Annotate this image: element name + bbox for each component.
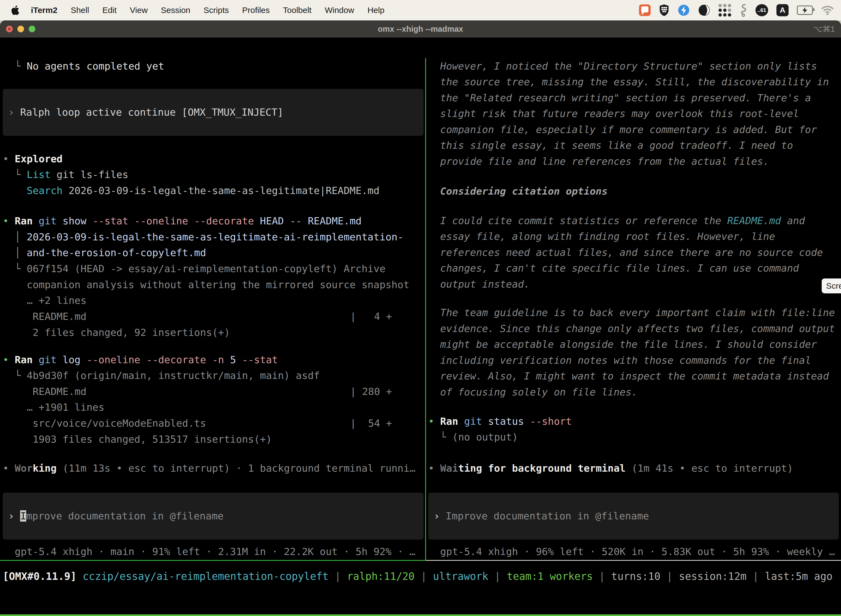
terminal-line: • Explored	[3, 151, 63, 167]
omx-status-line: [OMX#0.11.9] cczip/essay/ai-reimplementa…	[3, 569, 832, 584]
wifi-icon[interactable]	[821, 5, 834, 15]
terminal-line: the source tree, missing the essay. Stil…	[428, 74, 829, 90]
window-title: omx --xhigh --madmax	[0, 21, 841, 38]
terminal-line: gpt-5.4 xhigh · main · 91% left · 2.31M …	[3, 544, 416, 559]
terminal-line: 1903 files changed, 513517 insertions(+)	[3, 431, 272, 447]
terminal-line: └ 4b9d30f (origin/main, instructkr/main,…	[3, 368, 320, 383]
messages-icon[interactable]	[639, 4, 651, 16]
blue-bolt-icon[interactable]	[678, 4, 690, 16]
pane-divider[interactable]	[425, 58, 426, 561]
terminal-line: | 280 +	[350, 384, 392, 399]
terminal-line: the "Related research writing" section i…	[428, 90, 811, 106]
menu-item-toolbelt[interactable]: Toolbelt	[277, 6, 318, 15]
terminal-line: essay file, along with finding root file…	[428, 229, 775, 244]
screen-share-overlay[interactable]: Scre	[822, 279, 841, 293]
terminal-line: │ 2026-03-09-is-legal-the-same-as-legiti…	[3, 229, 403, 245]
terminal-line: • Ran git log --oneline --decorate -n 5 …	[3, 352, 278, 368]
battery-charging-icon[interactable]	[797, 6, 813, 15]
menu-item-session[interactable]: Session	[154, 6, 197, 15]
terminal-line: • Working (11m 13s • esc to interrupt) ·…	[3, 461, 416, 476]
terminal-line: However, I noticed the "Directory Struct…	[428, 58, 817, 74]
terminal-line: › Improve documentation in @filename	[8, 508, 224, 524]
menu-item-profiles[interactable]: Profiles	[235, 6, 276, 15]
macos-menu-bar: iTerm2 Shell Edit View Session Scripts P…	[0, 0, 841, 21]
terminal-line: companion file, especially if more comme…	[428, 122, 817, 138]
terminal-line: │ and-the-erosion-of-copyleft.md	[3, 245, 206, 261]
apple-icon[interactable]	[11, 5, 19, 15]
terminal-line: The team guideline is to back every impo…	[428, 305, 835, 320]
tmux-host-clock: "MacBook-Pro-44.local" 04:52 31-Mar-26	[605, 615, 839, 616]
terminal-line: … +1901 lines	[3, 399, 104, 415]
terminal-line: Considering citation options	[428, 183, 608, 199]
terminal-line: might be acceptable alongside the file l…	[428, 336, 817, 352]
tmux-status-bar: [omx-cczip0:bash* "MacBook-Pro-44.local"…	[0, 615, 841, 616]
terminal-line: changes, I can't cite specific file line…	[428, 260, 799, 276]
terminal-line: README.md	[3, 308, 86, 324]
terminal-line: | 54 +	[350, 415, 392, 431]
terminal-line: gpt-5.4 xhigh · 96% left · 520K in · 5.8…	[428, 544, 835, 559]
terminal-content[interactable]: └ No agents completed yet› Ralph loop ac…	[0, 58, 841, 616]
window-shortcut-hint: ⌥⌘1	[813, 21, 835, 38]
terminal-line: provide file and line references from th…	[428, 154, 769, 169]
menu-item-scripts[interactable]: Scripts	[197, 6, 236, 15]
terminal-line: › Ralph loop active continue [OMX_TMUX_I…	[8, 104, 283, 120]
screen: iTerm2 Shell Edit View Session Scripts P…	[0, 0, 841, 616]
terminal-line: slight risk that future readers may over…	[428, 106, 799, 122]
terminal-line: └ 067f154 (HEAD -> essay/ai-reimplementa…	[3, 261, 385, 277]
dots-grid-icon[interactable]	[718, 4, 731, 16]
terminal-line: review. Also, I might want to inspect th…	[428, 368, 829, 384]
text-replacement-icon[interactable]: A	[777, 4, 788, 16]
left-pane-bottom-border	[0, 560, 425, 561]
menu-item-window[interactable]: Window	[318, 6, 361, 15]
menu-item-shell[interactable]: Shell	[64, 6, 96, 15]
terminal-line: including verification notes with those …	[428, 352, 811, 368]
shield-keypad-icon[interactable]	[659, 4, 670, 16]
terminal-line: • Ran git show --stat --oneline --decora…	[3, 213, 362, 229]
right-pane-bottom-border	[426, 560, 841, 561]
pie-circle-icon[interactable]	[698, 4, 710, 16]
terminal-line: | 4 +	[350, 308, 392, 324]
terminal-line: └ No agents completed yet	[3, 58, 164, 74]
terminal-line: › Improve documentation in @filename	[434, 508, 649, 524]
terminal-line: src/voice/voiceModeEnabled.ts	[3, 415, 206, 431]
badge-61-icon[interactable]: ..61	[756, 4, 768, 16]
terminal-line: └ List git ls-files	[3, 167, 128, 182]
menu-bar-status-icons: ..61 A	[639, 4, 834, 17]
terminal-line: evidence. Since this change only affects…	[428, 321, 835, 336]
terminal-line: README.md	[3, 384, 86, 399]
tmux-window-list[interactable]: [omx-cczip0:bash*	[3, 615, 107, 616]
terminal-line: I could cite commit statistics or refere…	[428, 213, 805, 229]
terminal-line: … +2 lines	[3, 293, 86, 308]
menu-item-edit[interactable]: Edit	[96, 6, 123, 15]
terminal-line: of focusing solely on file lines.	[428, 384, 638, 400]
menu-item-view[interactable]: View	[123, 6, 154, 15]
terminal-line: • Waiting for background terminal (1m 41…	[428, 461, 793, 476]
menu-item-help[interactable]: Help	[361, 6, 391, 15]
terminal-line: companion analysis without altering the …	[3, 277, 409, 293]
terminal-line: • Ran git status --short	[428, 414, 572, 429]
window-title-bar[interactable]: omx --xhigh --madmax ⌥⌘1	[0, 21, 841, 38]
terminal-line: this single essay, it seems like a good …	[428, 138, 793, 153]
iterm2-window: omx --xhigh --madmax ⌥⌘1 └ No agents com…	[0, 21, 841, 616]
terminal-line: └ (no output)	[428, 429, 518, 445]
menu-item-iterm2[interactable]: iTerm2	[24, 6, 64, 15]
terminal-line: output instead.	[428, 276, 530, 292]
terminal-line: Search 2026-03-09-is-legal-the-same-as-l…	[3, 183, 379, 198]
terminal-line: 2 files changed, 92 insertions(+)	[3, 324, 230, 340]
terminal-line: references need actual files, and since …	[428, 245, 823, 260]
hook-icon[interactable]	[740, 4, 747, 17]
